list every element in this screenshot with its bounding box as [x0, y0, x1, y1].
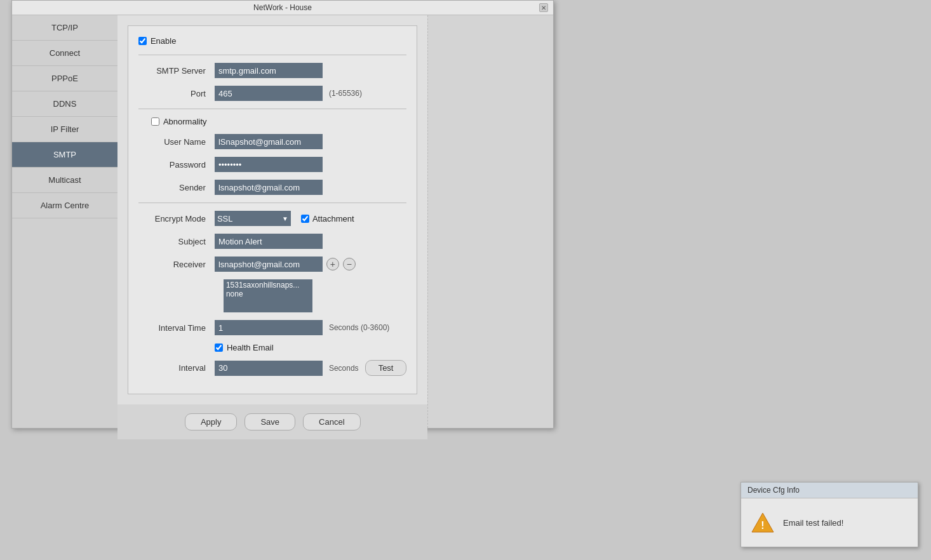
password-input[interactable]	[215, 157, 323, 172]
interval-input[interactable]	[215, 361, 323, 376]
encrypt-select-wrapper: SSL TLS None ▼	[215, 211, 291, 226]
smtp-server-input[interactable]	[215, 63, 323, 78]
enable-row: Enable	[138, 36, 407, 46]
device-cfg-body: ! Email test failed!	[741, 498, 918, 547]
receiver-list-item-0: 1531saxonhillsnaps...	[226, 281, 310, 290]
port-row: Port (1-65536)	[138, 86, 407, 101]
device-cfg-message: Email test failed!	[783, 518, 843, 528]
enable-checkbox[interactable]	[138, 37, 147, 45]
sender-label: Sender	[138, 183, 215, 192]
sidebar-item-pppoe[interactable]: PPPoE	[12, 66, 117, 91]
apply-button[interactable]: Apply	[185, 413, 238, 430]
content-area: Enable SMTP Server Port (1-65536)	[117, 15, 428, 404]
sidebar-item-multicast[interactable]: Multicast	[12, 168, 117, 193]
remove-receiver-button[interactable]: −	[343, 258, 356, 270]
attachment-row: Attachment	[301, 214, 354, 223]
subject-label: Subject	[138, 237, 215, 246]
sidebar-item-tcpip[interactable]: TCP/IP	[12, 15, 117, 41]
abnormality-label: Abnormality	[163, 117, 207, 126]
cancel-button[interactable]: Cancel	[303, 413, 360, 430]
receiver-label: Receiver	[138, 260, 215, 269]
sender-input[interactable]	[215, 180, 323, 195]
save-button[interactable]: Save	[244, 413, 295, 430]
receiver-list-item-1: none	[226, 290, 310, 298]
smtp-server-row: SMTP Server	[138, 63, 407, 78]
interval-time-hint: Seconds (0-3600)	[329, 323, 389, 332]
device-cfg-title: Device Cfg Info	[741, 483, 918, 498]
username-label: User Name	[138, 137, 215, 147]
encrypt-select[interactable]: SSL TLS None	[215, 211, 291, 226]
device-cfg-dialog: Device Cfg Info ! Email test failed!	[740, 482, 918, 547]
receiver-row: Receiver + −	[138, 257, 407, 272]
encrypt-row: Encrypt Mode SSL TLS None ▼ Attachment	[138, 211, 407, 226]
sidebar: TCP/IP Connect PPPoE DDNS IP Filter SMTP…	[12, 15, 117, 428]
window-title: NetWork - House	[26, 3, 539, 12]
interval-row: Interval Seconds Test	[138, 360, 407, 376]
add-receiver-button[interactable]: +	[326, 258, 339, 270]
abnormality-checkbox[interactable]	[151, 117, 159, 126]
sidebar-item-smtp[interactable]: SMTP	[12, 142, 117, 168]
attachment-label: Attachment	[312, 214, 354, 223]
port-label: Port	[138, 89, 215, 98]
sender-row: Sender	[138, 180, 407, 195]
smtp-server-label: SMTP Server	[138, 66, 215, 76]
title-bar: NetWork - House ✕	[12, 1, 553, 15]
sidebar-item-ipfilter[interactable]: IP Filter	[12, 117, 117, 142]
subject-row: Subject	[138, 234, 407, 249]
main-window: NetWork - House ✕ TCP/IP Connect PPPoE D…	[11, 0, 554, 429]
footer: Apply Save Cancel	[117, 404, 428, 439]
sidebar-item-alarmcentre[interactable]: Alarm Centre	[12, 193, 117, 218]
right-panel	[427, 15, 553, 428]
interval-time-row: Interval Time Seconds (0-3600)	[138, 320, 407, 335]
subject-input[interactable]	[215, 234, 323, 249]
health-email-checkbox[interactable]	[215, 343, 223, 352]
warning-icon: !	[751, 511, 774, 534]
sidebar-item-ddns[interactable]: DDNS	[12, 91, 117, 117]
sidebar-item-connect[interactable]: Connect	[12, 41, 117, 66]
interval-time-label: Interval Time	[138, 323, 215, 333]
health-email-row: Health Email	[138, 343, 407, 352]
health-email-label: Health Email	[227, 343, 274, 352]
username-row: User Name	[138, 134, 407, 149]
receiver-list-container: 1531saxonhillsnaps... none	[224, 279, 407, 312]
port-input[interactable]	[215, 86, 323, 101]
encrypt-label: Encrypt Mode	[138, 214, 215, 223]
interval-hint: Seconds	[329, 364, 359, 373]
abnormality-row: Abnormality	[151, 117, 407, 126]
password-label: Password	[138, 160, 215, 170]
receiver-list[interactable]: 1531saxonhillsnaps... none	[224, 279, 312, 312]
test-button[interactable]: Test	[365, 360, 407, 376]
close-button[interactable]: ✕	[539, 3, 548, 12]
enable-label: Enable	[151, 36, 176, 46]
username-input[interactable]	[215, 134, 323, 149]
form-panel: Enable SMTP Server Port (1-65536)	[128, 25, 418, 394]
interval-time-input[interactable]	[215, 320, 323, 335]
svg-text:!: !	[761, 520, 764, 531]
attachment-checkbox[interactable]	[301, 215, 309, 223]
interval-label: Interval	[138, 363, 215, 373]
port-hint: (1-65536)	[329, 89, 362, 98]
password-row: Password	[138, 157, 407, 172]
receiver-input[interactable]	[215, 257, 323, 272]
